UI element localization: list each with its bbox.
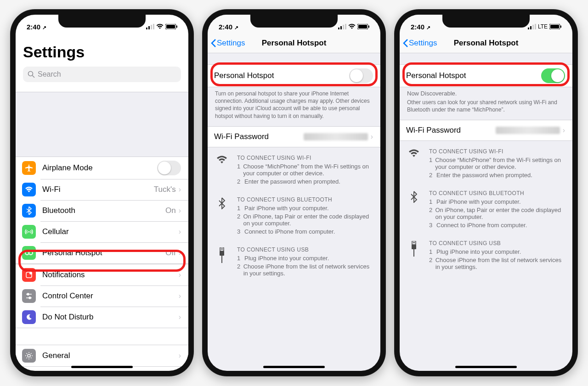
instructions-bluetooth: TO CONNECT USING BLUETOOTH 1Pair iPhone … bbox=[208, 189, 380, 239]
back-button[interactable]: Settings bbox=[210, 33, 245, 53]
airplane-toggle[interactable] bbox=[157, 161, 181, 175]
settings-group-2: Notifications › Control Center › Do Not … bbox=[16, 264, 188, 328]
svg-rect-38 bbox=[412, 241, 416, 245]
status-indicators: LTE bbox=[528, 23, 561, 30]
general-icon bbox=[22, 349, 36, 363]
svg-rect-39 bbox=[413, 242, 414, 243]
chevron-right-icon: › bbox=[179, 352, 181, 360]
row-wifi-password[interactable]: Wi-Fi Password › bbox=[208, 127, 380, 147]
row-personal-hotspot[interactable]: Personal Hotspot Off › bbox=[16, 242, 188, 263]
wifi-password-value bbox=[304, 133, 368, 140]
row-dnd[interactable]: Do Not Disturb › bbox=[16, 307, 188, 328]
svg-rect-27 bbox=[221, 248, 222, 250]
svg-rect-30 bbox=[221, 256, 222, 263]
row-notifications[interactable]: Notifications › bbox=[16, 264, 188, 285]
home-indicator[interactable] bbox=[455, 366, 517, 368]
svg-rect-36 bbox=[550, 25, 559, 28]
screen: 2:40 ↗ Settings Personal Hotspot Persona… bbox=[208, 15, 380, 371]
row-wifi-password[interactable]: Wi-Fi Password › bbox=[400, 120, 572, 140]
status-time: 2:40 ↗ bbox=[219, 23, 238, 31]
signal-text: LTE bbox=[538, 23, 548, 30]
navbar: Settings Personal Hotspot bbox=[208, 33, 380, 53]
row-airplane-mode[interactable]: Airplane Mode bbox=[16, 157, 188, 179]
bluetooth-icon bbox=[407, 191, 421, 203]
search-icon bbox=[28, 71, 35, 78]
status-time: 2:40 ↗ bbox=[27, 23, 46, 31]
control-center-icon bbox=[22, 289, 36, 303]
svg-rect-37 bbox=[560, 26, 561, 28]
chevron-left-icon bbox=[402, 39, 409, 48]
chevron-right-icon: › bbox=[179, 271, 181, 279]
phone-hotspot-off: 2:40 ↗ Settings Personal Hotspot Persona… bbox=[202, 9, 386, 376]
chevron-right-icon: › bbox=[179, 185, 181, 194]
hotspot-description: Turn on personal hotspot to share your i… bbox=[208, 87, 380, 126]
settings-group-1: Airplane Mode Wi-Fi Tuck's › Bluetooth O… bbox=[16, 157, 188, 264]
bluetooth-icon bbox=[215, 197, 229, 209]
wifi-password-value bbox=[496, 127, 560, 134]
status-time: 2:40 ↗ bbox=[411, 23, 430, 31]
chevron-right-icon: › bbox=[179, 228, 181, 236]
row-hotspot-toggle[interactable]: Personal Hotspot bbox=[400, 65, 572, 87]
hotspot-toggle[interactable] bbox=[541, 68, 565, 83]
instructions-usb: TO CONNECT USING USB 1Plug iPhone into y… bbox=[208, 239, 380, 281]
svg-rect-21 bbox=[343, 25, 344, 29]
search-input[interactable]: Search bbox=[23, 67, 181, 82]
svg-rect-34 bbox=[535, 24, 536, 29]
back-button[interactable]: Settings bbox=[402, 33, 437, 53]
screen: 2:40 ↗ Settings Search Airplane Mode Wi-… bbox=[16, 15, 188, 371]
instructions-wifi: TO CONNECT USING WI-FI 1Choose “MichPhon… bbox=[400, 141, 572, 183]
chevron-right-icon: › bbox=[179, 207, 181, 215]
row-general[interactable]: General › bbox=[16, 345, 188, 366]
row-cellular[interactable]: Cellular › bbox=[16, 221, 188, 242]
dnd-icon bbox=[22, 310, 36, 324]
instructions-usb: TO CONNECT USING USB 1Plug iPhone into y… bbox=[400, 233, 572, 274]
cellular-icon bbox=[22, 225, 36, 239]
svg-point-7 bbox=[28, 72, 33, 76]
svg-rect-20 bbox=[340, 26, 342, 29]
svg-point-15 bbox=[27, 293, 29, 295]
notch bbox=[442, 15, 530, 28]
row-bluetooth[interactable]: Bluetooth On › bbox=[16, 200, 188, 221]
svg-rect-26 bbox=[220, 247, 224, 251]
hotspot-description: Other users can look for your shared net… bbox=[400, 98, 572, 120]
svg-rect-2 bbox=[151, 25, 152, 29]
navbar: Settings Personal Hotspot bbox=[400, 33, 572, 53]
signal-icon bbox=[146, 24, 154, 29]
svg-rect-6 bbox=[176, 26, 177, 28]
svg-point-17 bbox=[29, 297, 31, 299]
battery-icon bbox=[549, 24, 561, 29]
airplane-icon bbox=[22, 161, 36, 175]
wifi-icon bbox=[22, 183, 36, 196]
home-indicator[interactable] bbox=[71, 366, 133, 368]
chevron-right-icon: › bbox=[371, 133, 373, 141]
battery-icon bbox=[357, 24, 369, 29]
svg-rect-29 bbox=[220, 251, 224, 256]
instructions-wifi: TO CONNECT USING WI-FI 1Choose “MichPhon… bbox=[208, 147, 380, 189]
phone-hotspot-on: 2:40 ↗ LTE Settings Personal Hotspot Per… bbox=[394, 9, 578, 376]
signal-icon bbox=[338, 24, 346, 29]
chevron-right-icon: › bbox=[179, 292, 181, 300]
svg-rect-28 bbox=[222, 248, 223, 250]
home-indicator[interactable] bbox=[263, 366, 325, 368]
svg-line-8 bbox=[33, 76, 35, 78]
svg-point-9 bbox=[28, 231, 30, 233]
svg-rect-24 bbox=[358, 25, 367, 28]
svg-rect-40 bbox=[414, 242, 415, 243]
chevron-right-icon: › bbox=[179, 249, 181, 257]
phone-settings: 2:40 ↗ Settings Search Airplane Mode Wi-… bbox=[10, 9, 194, 376]
hotspot-toggle[interactable] bbox=[349, 68, 373, 83]
svg-rect-25 bbox=[368, 26, 369, 28]
usb-icon bbox=[407, 241, 421, 257]
row-wifi[interactable]: Wi-Fi Tuck's › bbox=[16, 179, 188, 200]
row-hotspot-toggle[interactable]: Personal Hotspot bbox=[208, 65, 380, 87]
nav-title: Personal Hotspot bbox=[262, 39, 327, 48]
status-indicators bbox=[146, 24, 177, 29]
wifi-icon bbox=[407, 149, 421, 157]
chevron-right-icon: › bbox=[179, 313, 181, 321]
nav-title: Personal Hotspot bbox=[454, 39, 519, 48]
row-control-center[interactable]: Control Center › bbox=[16, 285, 188, 307]
notch bbox=[250, 15, 338, 28]
svg-rect-31 bbox=[528, 28, 529, 29]
settings-group-3: General › bbox=[16, 345, 188, 367]
svg-rect-0 bbox=[146, 28, 147, 29]
